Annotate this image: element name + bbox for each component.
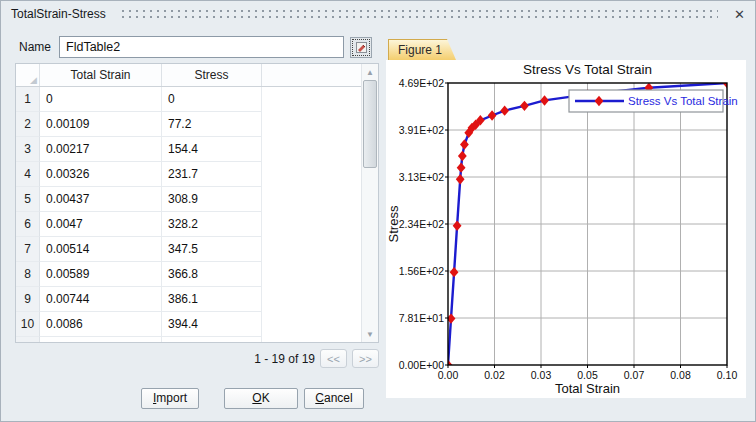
- figure-panel: Stress Vs Total Strain0.000.020.030.050.…: [386, 60, 746, 398]
- cell-stress[interactable]: 77.2: [162, 112, 262, 137]
- column-header-total-strain[interactable]: Total Strain: [40, 64, 162, 86]
- y-axis-label: Stress: [386, 205, 401, 242]
- select-all-corner[interactable]: ◢: [16, 64, 40, 86]
- table-row: 100: [16, 87, 362, 112]
- cell-total-strain[interactable]: 0.00109: [40, 112, 162, 137]
- cell-stress[interactable]: 231.7: [162, 162, 262, 187]
- row-number: 6: [16, 212, 40, 237]
- corner-triangle-icon: ◢: [30, 76, 37, 85]
- data-point-marker: [488, 110, 497, 120]
- cell-stress[interactable]: 394.4: [162, 312, 262, 337]
- cell-total-strain[interactable]: 0.00326: [40, 162, 162, 187]
- cell-stress[interactable]: 328.2: [162, 212, 262, 237]
- table-grid: ◢ Total Strain Stress 10020.0010977.230.…: [16, 64, 362, 342]
- ok-button[interactable]: OK: [224, 388, 298, 409]
- row-number: 10: [16, 312, 40, 337]
- svg-text:7.81E+01: 7.81E+01: [399, 312, 444, 324]
- data-point-marker: [500, 105, 509, 115]
- legend-label: Stress Vs Total Strain: [628, 95, 738, 107]
- cancel-button-label: Cancel: [305, 389, 363, 408]
- data-point-marker: [456, 174, 465, 184]
- svg-text:1.56E+02: 1.56E+02: [399, 265, 444, 277]
- svg-text:0.08: 0.08: [670, 369, 691, 381]
- table-row: 100.0086394.4: [16, 312, 362, 337]
- tab-figure-1[interactable]: Figure 1: [388, 39, 456, 60]
- table-row: 90.00744386.1: [16, 287, 362, 312]
- column-header-stress[interactable]: Stress: [162, 64, 262, 86]
- table-rows: 10020.0010977.230.00217154.440.00326231.…: [16, 87, 362, 343]
- column-header-empty: [262, 64, 362, 86]
- data-point-marker: [457, 162, 466, 172]
- table-row: 40.00326231.7: [16, 162, 362, 187]
- edit-icon: [355, 41, 368, 54]
- cell-total-strain[interactable]: 0.00744: [40, 287, 162, 312]
- svg-text:0.07: 0.07: [624, 369, 645, 381]
- svg-text:0.10: 0.10: [717, 369, 738, 381]
- name-input[interactable]: [59, 36, 344, 58]
- row-number: 2: [16, 112, 40, 137]
- cell-total-strain[interactable]: [40, 337, 162, 343]
- cell-stress[interactable]: 366.8: [162, 262, 262, 287]
- cell-stress[interactable]: 347.5: [162, 237, 262, 262]
- last-page-button[interactable]: >>: [352, 349, 379, 368]
- import-button-label: Import: [142, 389, 198, 408]
- scroll-up-icon[interactable]: ▲: [362, 65, 378, 79]
- cell-stress[interactable]: 308.9: [162, 187, 262, 212]
- svg-text:0.02: 0.02: [484, 369, 505, 381]
- cell-total-strain[interactable]: 0.0086: [40, 312, 162, 337]
- scroll-down-icon[interactable]: ▼: [362, 327, 378, 341]
- stress-strain-chart: Stress Vs Total Strain0.000.020.030.050.…: [386, 60, 746, 398]
- cell-total-strain[interactable]: 0.00514: [40, 237, 162, 262]
- svg-text:0.00: 0.00: [438, 369, 459, 381]
- close-icon[interactable]: ✕: [734, 8, 745, 21]
- cancel-button[interactable]: Cancel: [304, 388, 364, 409]
- table-row: 60.0047328.2: [16, 212, 362, 237]
- data-point-marker: [458, 151, 467, 161]
- table-row: 20.0010977.2: [16, 112, 362, 137]
- drag-handle[interactable]: [122, 10, 718, 18]
- data-point-marker: [460, 139, 469, 149]
- table-scrollbar[interactable]: ▲ ▼: [361, 64, 378, 342]
- table-row: 80.00589366.8: [16, 262, 362, 287]
- cell-stress[interactable]: [162, 337, 262, 343]
- svg-text:3.13E+02: 3.13E+02: [399, 171, 444, 183]
- cell-total-strain[interactable]: 0.0047: [40, 212, 162, 237]
- svg-text:4.69E+02: 4.69E+02: [399, 77, 444, 89]
- row-number: 8: [16, 262, 40, 287]
- svg-text:2.34E+02: 2.34E+02: [399, 218, 444, 230]
- table-row: 70.00514347.5: [16, 237, 362, 262]
- data-point-marker: [450, 267, 459, 277]
- cell-total-strain[interactable]: 0.00217: [40, 137, 162, 162]
- cell-stress[interactable]: 386.1: [162, 287, 262, 312]
- svg-text:0.00E+00: 0.00E+00: [399, 359, 444, 371]
- row-number: 5: [16, 187, 40, 212]
- row-number: 9: [16, 287, 40, 312]
- first-page-button[interactable]: <<: [320, 349, 347, 368]
- row-number: 4: [16, 162, 40, 187]
- cell-stress[interactable]: 154.4: [162, 137, 262, 162]
- table-header: ◢ Total Strain Stress: [16, 64, 362, 87]
- svg-text:0.03: 0.03: [531, 369, 552, 381]
- table-row: 50.00437308.9: [16, 187, 362, 212]
- table-row: 30.00217154.4: [16, 137, 362, 162]
- cell-total-strain[interactable]: 0.00437: [40, 187, 162, 212]
- row-number: 3: [16, 137, 40, 162]
- ok-button-label: OK: [225, 389, 297, 408]
- edit-name-button[interactable]: [350, 37, 372, 58]
- chart-title: Stress Vs Total Strain: [523, 62, 652, 77]
- dialog-title: TotalStrain-Stress: [11, 7, 106, 21]
- data-point-marker: [453, 220, 462, 230]
- title-bar: TotalStrain-Stress ✕: [1, 1, 755, 27]
- cell-total-strain[interactable]: 0.00589: [40, 262, 162, 287]
- import-button[interactable]: Import: [141, 388, 199, 409]
- data-table: ◢ Total Strain Stress 10020.0010977.230.…: [15, 63, 379, 343]
- pagination-text: 1 - 19 of 19: [254, 352, 315, 366]
- cell-stress[interactable]: 0: [162, 87, 262, 112]
- tab-figure-1-label: Figure 1: [398, 43, 442, 57]
- pagination: 1 - 19 of 19 << >>: [15, 349, 379, 368]
- data-point-marker: [520, 101, 529, 111]
- scrollbar-thumb[interactable]: [363, 80, 377, 168]
- table-row-partial: [16, 337, 362, 343]
- x-axis-label: Total Strain: [555, 381, 620, 396]
- cell-total-strain[interactable]: 0: [40, 87, 162, 112]
